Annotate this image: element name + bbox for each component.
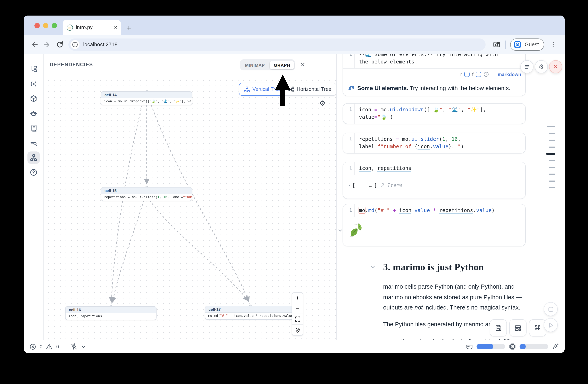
app-content: DEPENDENCIES MINIMAP GRAPH ✕ xyxy=(24,54,565,340)
notebook-settings-button[interactable]: ⚙ xyxy=(535,60,548,73)
dependencies-panel: DEPENDENCIES MINIMAP GRAPH ✕ xyxy=(44,54,337,340)
tab-title: intro.py xyxy=(76,25,111,30)
sidebar-item-packages[interactable] xyxy=(27,93,40,105)
back-icon[interactable] xyxy=(30,40,39,49)
ai-sparkle-icon[interactable] xyxy=(552,343,559,350)
maximize-window-button[interactable] xyxy=(52,23,57,28)
node-title: cell-14 xyxy=(101,92,192,98)
minimap-cell-mark[interactable] xyxy=(549,173,555,175)
collapse-section-chevron-icon[interactable] xyxy=(370,265,375,269)
cell-slider[interactable]: 1 repetitions = mo.ui.slider(1, 16, labe… xyxy=(343,133,526,154)
close-panel-icon[interactable]: ✕ xyxy=(299,60,307,70)
expand-array-icon[interactable]: › xyxy=(348,183,351,188)
center-view-button[interactable] xyxy=(292,325,303,335)
shutdown-button[interactable]: ✕ xyxy=(549,60,562,73)
close-window-button[interactable] xyxy=(34,23,40,28)
output-bold-text: Some UI elements. xyxy=(357,85,408,91)
section-paragraph-clipped: easily versioned with git, yielding mini… xyxy=(392,337,542,340)
zoom-out-button[interactable]: − xyxy=(292,303,303,314)
new-tab-button[interactable]: + xyxy=(126,24,131,32)
cell-minimap[interactable] xyxy=(544,126,555,194)
code-editor[interactable]: icon, repetitions xyxy=(355,162,525,175)
cell-output: › [ … ] 2 Items xyxy=(343,175,525,199)
minimap-cell-mark[interactable] xyxy=(549,167,555,168)
code-editor[interactable]: icon = mo.ui.dropdown(["🍃", "🌊", "✨"], v… xyxy=(355,104,525,124)
graph-canvas[interactable]: cell-14 icon = mo.ui.dropdown(["🍃", "🌊",… xyxy=(44,75,336,340)
code-editor[interactable]: mo.md("# " + icon.value * repetitions.va… xyxy=(355,204,525,217)
settings-gear-icon: ⚙ xyxy=(539,63,544,70)
guest-avatar-icon xyxy=(514,40,522,49)
collapse-output-chevron-icon[interactable] xyxy=(338,228,343,233)
stop-button[interactable] xyxy=(544,302,558,316)
minimap-cell-mark[interactable] xyxy=(549,180,555,182)
keyboard-shortcuts-button[interactable]: ⌘ xyxy=(529,319,546,337)
tab-graph[interactable]: GRAPH xyxy=(270,61,294,69)
graph-settings-icon[interactable]: ⚙ xyxy=(319,99,326,107)
sidebar-rail xyxy=(24,54,44,340)
autorun-disabled-icon[interactable] xyxy=(70,343,77,350)
minimap-cell-mark[interactable] xyxy=(549,140,555,141)
minimap-cell-mark-active[interactable] xyxy=(546,153,555,154)
code-editor[interactable]: **🌊 Some UI elements.** Try interacting … xyxy=(355,54,525,68)
save-button[interactable] xyxy=(490,319,507,337)
fit-view-button[interactable] xyxy=(292,314,303,325)
cell-md-output[interactable]: 1 mo.md("# " + icon.value * repetitions.… xyxy=(343,204,526,247)
horizontal-tree-button[interactable]: Horizontal Tree xyxy=(283,83,336,96)
sidebar-item-file-tree[interactable] xyxy=(27,63,40,75)
chevron-down-icon[interactable] xyxy=(81,344,86,349)
browser-menu-icon[interactable]: ⋮ xyxy=(549,41,558,48)
tab-search-icon[interactable] xyxy=(493,40,501,49)
sidebar-item-snippets[interactable] xyxy=(27,137,40,149)
info-icon[interactable] xyxy=(484,72,489,77)
layout-button[interactable] xyxy=(509,319,526,337)
minimap-cell-mark[interactable] xyxy=(549,146,555,148)
errors-icon[interactable] xyxy=(29,343,36,350)
node-code: icon, repetitions xyxy=(65,313,156,320)
url-text: localhost:2718 xyxy=(83,41,118,47)
sidebar-item-dependency-graph[interactable] xyxy=(27,152,40,164)
warnings-icon[interactable] xyxy=(46,343,53,350)
sidebar-item-ai-assistant[interactable] xyxy=(27,107,40,119)
browser-toolbar: localhost:2718 Guest ⋮ xyxy=(24,35,565,54)
graph-node-cell-16[interactable]: cell-16 icon, repetitions xyxy=(65,306,157,320)
minimap-cell-mark[interactable] xyxy=(549,187,555,188)
cpu-usage-meter xyxy=(520,344,548,349)
reload-icon[interactable] xyxy=(56,40,64,49)
code-editor[interactable]: repetitions = mo.ui.slider(1, 16, label=… xyxy=(355,133,525,153)
browser-tab[interactable]: m intro.py ✕ xyxy=(63,20,121,35)
close-tab-icon[interactable]: ✕ xyxy=(114,25,118,30)
profile-button[interactable]: Guest xyxy=(510,38,544,51)
zoom-in-button[interactable]: + xyxy=(292,293,303,303)
cpu-icon xyxy=(509,343,516,350)
graph-node-cell-17[interactable]: cell-17 mo.md("# " + icon.value * repeti… xyxy=(205,306,296,320)
minimap-cell-mark[interactable] xyxy=(549,160,555,161)
url-bar[interactable]: localhost:2718 xyxy=(68,38,486,51)
site-info-icon[interactable] xyxy=(70,40,80,49)
graph-node-cell-14[interactable]: cell-14 icon = mo.ui.dropdown(["🍃", "🌊",… xyxy=(101,91,192,105)
minimize-window-button[interactable] xyxy=(43,23,48,28)
sidebar-item-scratchpad[interactable] xyxy=(27,122,40,134)
cell-dropdown[interactable]: 1 icon = mo.ui.dropdown(["🍃", "🌊", "✨"],… xyxy=(343,103,526,124)
language-toggle[interactable]: markdown xyxy=(498,72,521,77)
toolbar-divider xyxy=(505,40,506,49)
minimap-cell-mark[interactable] xyxy=(549,133,555,134)
r-toggle-label: r xyxy=(460,72,462,77)
shutdown-x-icon: ✕ xyxy=(553,63,558,70)
notebook-menu-button[interactable] xyxy=(520,60,533,73)
graph-node-cell-15[interactable]: cell-15 repetitions = mo.ui.slider(1, 16… xyxy=(101,187,192,201)
vertical-tree-button[interactable]: Vertical Tree xyxy=(239,83,286,96)
graph-zoom-controls: + − xyxy=(292,292,303,336)
run-button[interactable] xyxy=(544,318,558,332)
command-icon: ⌘ xyxy=(534,324,541,332)
footer-divider xyxy=(493,71,494,77)
minimap-cell-mark[interactable] xyxy=(546,126,555,127)
sidebar-item-variables[interactable] xyxy=(27,78,40,90)
cell-tuple[interactable]: 1 icon, repetitions › [ … ] 2 Items xyxy=(343,162,526,199)
forward-icon[interactable] xyxy=(43,40,51,49)
wave-emoji-icon xyxy=(348,85,355,91)
sidebar-item-help[interactable] xyxy=(27,166,40,178)
cell-markdown-intro[interactable]: 1 **🌊 Some UI elements.** Try interactin… xyxy=(343,54,526,96)
tab-minimap[interactable]: MINIMAP xyxy=(241,61,269,69)
r-checkbox[interactable] xyxy=(464,72,470,77)
f-checkbox[interactable] xyxy=(476,72,481,77)
